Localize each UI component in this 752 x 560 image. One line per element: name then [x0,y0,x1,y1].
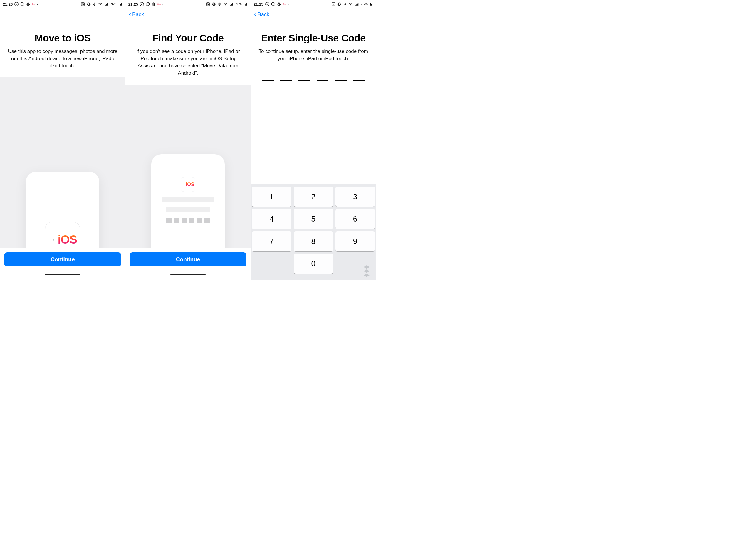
google-icon [277,2,281,6]
svg-point-17 [350,5,351,5]
page-subtitle: Use this app to copy messages, photos an… [5,48,120,69]
svg-rect-6 [120,4,121,5]
back-button[interactable]: ‹ Back [129,11,144,18]
placeholder-line [166,206,210,212]
arrow-right-icon: → [182,182,185,186]
keypad-key-5[interactable]: 5 [294,209,333,229]
svg-point-10 [225,5,226,5]
signal-icon [355,2,359,6]
continue-button[interactable]: Continue [4,253,121,266]
svg-point-14 [265,2,269,6]
back-label: Back [258,12,269,18]
chevron-left-icon: ‹ [129,11,131,18]
screen-find-your-code: 21:25 ✄ • 76% ‹ Back Find Your Code If y… [125,0,251,280]
bluetooth-icon [218,2,221,6]
bluetooth-icon [343,2,347,6]
keypad-key-3[interactable]: 3 [336,186,375,206]
nfc-icon [81,2,85,6]
nfc-icon [206,2,210,6]
status-time: 21:25 [128,2,138,6]
keypad-key-1[interactable]: 1 [252,186,291,206]
nfc-icon [331,2,336,6]
svg-rect-16 [339,3,340,5]
battery-percent: 76% [235,2,242,6]
vibrate-icon [337,2,341,6]
screen-move-to-ios: 21:26 ✄ • 76% Move to iOS Use this app t… [0,0,125,280]
google-icon [151,2,156,6]
messenger-icon [20,2,24,6]
page-title: Enter Single-Use Code [256,32,371,44]
keypad-key-blank [252,254,291,274]
messenger-icon [271,2,275,6]
battery-icon [244,2,248,6]
keypad-key-0[interactable]: 0 [294,254,333,274]
svg-point-7 [140,2,144,6]
svg-point-0 [15,2,19,6]
placeholder-code-boxes [166,218,210,223]
ios-app-icon: → iOS [181,177,195,192]
ios-label: iOS [58,233,77,246]
svg-rect-2 [88,3,89,5]
keypad-key-4[interactable]: 4 [252,209,291,229]
google-icon [26,2,30,6]
ios-label: iOS [186,182,194,187]
page-subtitle: To continue setup, enter the single-use … [256,48,371,62]
svg-rect-5 [120,3,121,3]
keypad-key-9[interactable]: 9 [336,231,375,251]
keypad-key-7[interactable]: 7 [252,231,291,251]
nav-row [0,8,125,21]
numeric-keypad: 1 2 3 4 5 6 7 8 9 0 [250,184,376,280]
battery-percent: 76% [361,2,368,6]
whatsapp-icon [14,2,19,6]
svg-marker-21 [364,265,369,269]
back-button[interactable]: ‹ Back [254,11,269,18]
hero-illustration: → iOS [125,85,251,248]
wifi-icon [348,2,353,6]
more-dot-icon: • [37,3,38,6]
whatsapp-icon [140,2,144,6]
scissors-icon: ✄ [283,2,286,6]
signal-icon [229,2,233,6]
more-dot-icon: • [288,3,289,6]
signal-icon [104,2,108,6]
vibrate-icon [212,2,216,6]
ios-app-icon: → iOS [45,222,80,248]
keypad-key-6[interactable]: 6 [336,209,375,229]
wifi-icon [98,2,103,6]
placeholder-line [162,197,215,202]
status-bar: 21:25 ✄ • 76% [250,0,376,8]
home-indicator[interactable] [45,274,80,275]
continue-button[interactable]: Continue [129,253,247,266]
home-indicator[interactable] [170,274,206,275]
status-bar: 21:26 ✄ • 76% [0,0,125,8]
scissors-icon: ✄ [158,2,161,6]
svg-marker-23 [364,274,369,277]
hero-illustration: → iOS [0,77,125,248]
scissors-icon: ✄ [32,2,35,6]
svg-rect-13 [246,4,247,5]
keypad-key-8[interactable]: 8 [294,231,333,251]
svg-rect-9 [213,3,215,5]
status-bar: 21:25 ✄ • 76% [125,0,251,8]
svg-point-3 [100,5,100,5]
page-title: Find Your Code [131,32,246,44]
battery-icon [119,2,122,6]
screen-enter-code: 21:25 ✄ • 76% ‹ Back Enter Single-Use Co… [250,0,376,280]
battery-icon [369,2,373,6]
vibrate-icon [87,2,91,6]
chevron-left-icon: ‹ [254,11,256,18]
whatsapp-icon [265,2,269,6]
bluetooth-icon [93,2,96,6]
svg-rect-19 [371,3,371,3]
phone-mock: → iOS [26,172,99,248]
page-subtitle: If you don't see a code on your iPhone, … [131,48,246,77]
svg-marker-22 [364,269,369,273]
status-time: 21:25 [253,2,263,6]
back-label: Back [132,12,144,18]
wifi-icon [223,2,228,6]
page-title: Move to iOS [5,32,120,44]
svg-rect-20 [371,4,372,5]
svg-rect-12 [246,3,246,3]
keypad-key-2[interactable]: 2 [294,186,333,206]
messenger-icon [146,2,150,6]
